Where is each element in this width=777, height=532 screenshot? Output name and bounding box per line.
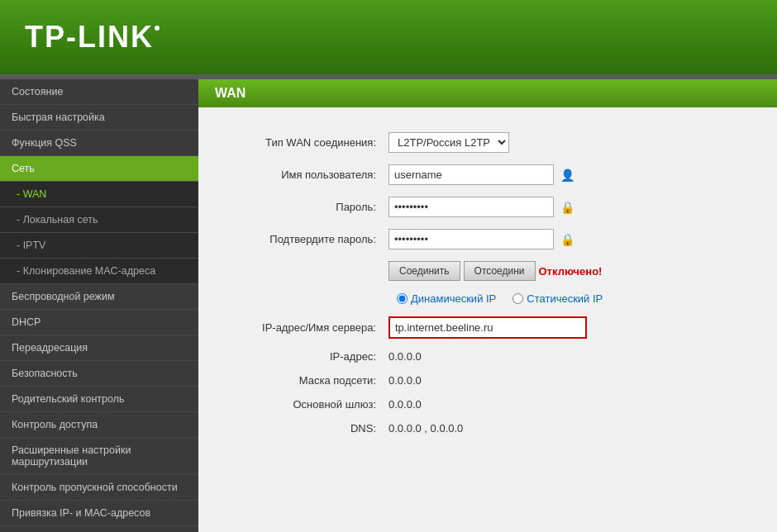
sidebar-item-bandwidth[interactable]: Контроль пропускной способности (0, 475, 198, 501)
content-area: WAN Тип WAN соединения: L2TP/Россия L2TP… (198, 79, 777, 532)
gateway-label: Основной шлюз: (223, 398, 388, 411)
confirm-password-label: Подтвердите пароль: (223, 233, 388, 245)
main-layout: Состояние Быстрая настройка Функция QSS … (0, 79, 777, 532)
sidebar-item-status[interactable]: Состояние (0, 79, 198, 105)
sidebar-item-mac-clone[interactable]: - Клонирование MAC-адреса (0, 259, 198, 284)
sidebar-item-routing[interactable]: Расширенные настройки маршрутизации (0, 438, 198, 475)
gateway-value: 0.0.0.0 (388, 398, 422, 411)
sidebar: Состояние Быстрая настройка Функция QSS … (0, 79, 198, 532)
dns-label: DNS: (223, 422, 388, 435)
wan-type-label: Тип WAN соединения: (223, 136, 388, 149)
wan-type-control: L2TP/Россия L2TP (388, 132, 509, 153)
dns-row: DNS: 0.0.0.0 , 0.0.0.0 (223, 422, 752, 435)
connect-button[interactable]: Соединить (388, 261, 460, 281)
wan-form: Тип WAN соединения: L2TP/Россия L2TP Имя… (198, 124, 777, 463)
gateway-row: Основной шлюз: 0.0.0.0 (223, 398, 752, 411)
username-row: Имя пользователя: 👤 (223, 164, 752, 185)
ip-type-control: Динамический IP Статический IP (397, 292, 603, 305)
logo: TP-LINK (25, 20, 160, 55)
logo-dot (155, 26, 160, 31)
dynamic-ip-label: Динамический IP (411, 292, 496, 305)
server-control (388, 316, 587, 339)
sidebar-item-parental[interactable]: Родительский контроль (0, 387, 198, 412)
sidebar-item-network[interactable]: Сеть (0, 156, 198, 182)
connection-status: Отключено! (539, 265, 603, 278)
username-input[interactable] (388, 164, 554, 185)
static-ip-radio[interactable] (512, 293, 523, 304)
password-input[interactable] (388, 197, 554, 217)
username-control: 👤 (388, 164, 574, 185)
dns-value: 0.0.0.0 , 0.0.0.0 (388, 422, 463, 435)
password-control: 🔒 (388, 197, 574, 217)
sidebar-item-ip-mac[interactable]: Привязка IP- и MAC-адресов (0, 501, 198, 526)
subnet-row: Маска подсети: 0.0.0.0 (223, 374, 752, 387)
sidebar-item-wan[interactable]: - WAN (0, 182, 198, 207)
username-label: Имя пользователя: (223, 169, 388, 181)
connect-controls: Соединить Отсоедини Отключено! (388, 261, 602, 281)
confirm-password-row: Подтвердите пароль: 🔒 (223, 229, 752, 249)
sidebar-item-quick-setup[interactable]: Быстрая настройка (0, 105, 198, 131)
sidebar-item-dhcp[interactable]: DHCP (0, 310, 198, 335)
subnet-value: 0.0.0.0 (388, 374, 422, 387)
wan-section-title: WAN (198, 79, 777, 107)
ip-type-row: Динамический IP Статический IP (223, 292, 752, 305)
static-ip-label: Статический IP (527, 292, 603, 305)
ip-address-row: IP-адрес: 0.0.0.0 (223, 350, 752, 363)
subnet-label: Маска подсети: (223, 374, 388, 387)
connect-row: Соединить Отсоедини Отключено! (223, 261, 752, 281)
confirm-password-control: 🔒 (388, 229, 574, 249)
confirm-password-icon: 🔒 (560, 233, 574, 246)
password-label: Пароль: (223, 201, 388, 213)
sidebar-item-ddns[interactable]: Динамический DNS (0, 526, 198, 532)
server-label: IP-адрес/Имя сервера: (223, 321, 388, 334)
sidebar-item-qss[interactable]: Функция QSS (0, 131, 198, 156)
sidebar-item-iptv[interactable]: - IPTV (0, 233, 198, 259)
gateway-control: 0.0.0.0 (388, 398, 422, 411)
ip-address-value: 0.0.0.0 (388, 350, 422, 363)
dynamic-ip-option[interactable]: Динамический IP (397, 292, 496, 305)
server-input[interactable] (388, 316, 587, 339)
server-row: IP-адрес/Имя сервера: (223, 316, 752, 339)
dns-control: 0.0.0.0 , 0.0.0.0 (388, 422, 463, 435)
user-icon: 👤 (560, 169, 574, 182)
confirm-password-input[interactable] (388, 229, 554, 249)
password-row: Пароль: 🔒 (223, 197, 752, 217)
wan-type-row: Тип WAN соединения: L2TP/Россия L2TP (223, 132, 752, 153)
disconnect-button[interactable]: Отсоедини (464, 261, 536, 281)
wan-type-select[interactable]: L2TP/Россия L2TP (388, 132, 509, 153)
sidebar-item-security[interactable]: Безопасность (0, 361, 198, 387)
sidebar-item-lan[interactable]: - Локальная сеть (0, 207, 198, 233)
sidebar-item-forwarding[interactable]: Переадресация (0, 335, 198, 361)
static-ip-option[interactable]: Статический IP (512, 292, 603, 305)
sidebar-item-access[interactable]: Контроль доступа (0, 412, 198, 438)
password-icon: 🔒 (560, 201, 574, 214)
sidebar-item-wireless[interactable]: Беспроводной режим (0, 284, 198, 310)
ip-address-control: 0.0.0.0 (388, 350, 422, 363)
subnet-control: 0.0.0.0 (388, 374, 422, 387)
dynamic-ip-radio[interactable] (397, 293, 408, 304)
ip-address-label: IP-адрес: (223, 350, 388, 363)
header: TP-LINK (0, 0, 777, 74)
